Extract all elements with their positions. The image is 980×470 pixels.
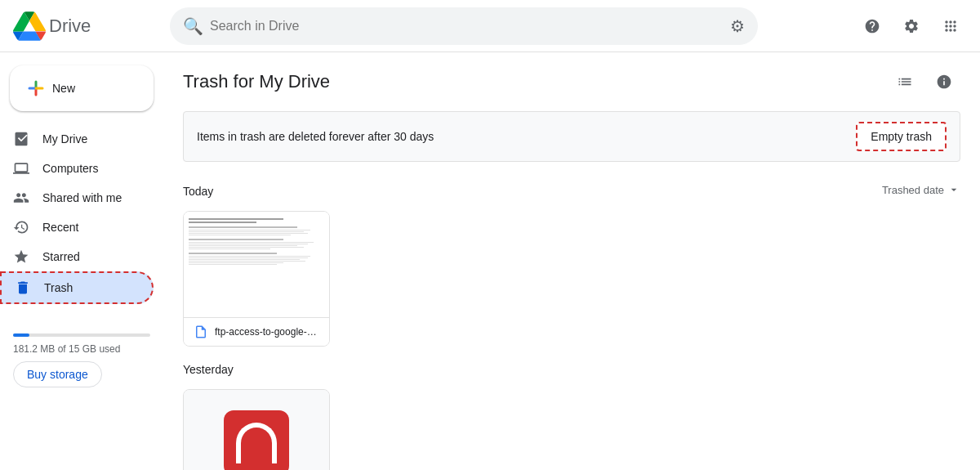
today-section-header: Today Trashed date (183, 175, 960, 204)
file-card[interactable]: app-file (183, 389, 330, 470)
sidebar-item-my-drive[interactable]: My Drive (0, 124, 154, 154)
storage-used-text: 181.2 MB of 15 GB used (13, 343, 150, 355)
today-section: Today Trashed date (183, 175, 960, 353)
apps-icon (942, 18, 959, 34)
topbar: Drive 🔍 ⚙ (0, 0, 980, 52)
apps-button[interactable] (934, 10, 967, 43)
recent-icon (13, 219, 29, 235)
content-header: Trash for My Drive (163, 52, 980, 105)
sidebar-item-label: Starred (42, 250, 80, 263)
sidebar-item-label: Trash (44, 281, 73, 294)
my-drive-icon (13, 131, 29, 147)
search-input[interactable] (210, 19, 724, 34)
info-icon (936, 74, 952, 90)
trash-notice-bar: Items in trash are deleted forever after… (183, 111, 960, 162)
starred-icon (13, 248, 29, 265)
header-icons (889, 65, 960, 98)
sort-label-text: Trashed date (882, 184, 944, 196)
files-section: Today Trashed date (163, 168, 980, 470)
sidebar-item-starred[interactable]: Starred (0, 242, 154, 271)
sidebar-item-label: Recent (42, 221, 78, 234)
trash-notice-text: Items in trash are deleted forever after… (197, 130, 434, 143)
sidebar-item-label: Computers (42, 162, 98, 175)
search-icon: 🔍 (183, 16, 203, 36)
new-button-label: New (52, 82, 75, 95)
sort-control[interactable]: Trashed date (882, 183, 960, 196)
storage-bar-fill (13, 333, 29, 337)
page-title: Trash for My Drive (183, 71, 330, 92)
file-card[interactable]: ftp-access-to-google-driv... (183, 211, 330, 347)
today-file-grid: ftp-access-to-google-driv... (183, 204, 960, 353)
new-button[interactable]: New (10, 65, 154, 111)
sidebar-item-label: Shared with me (42, 191, 122, 204)
list-view-icon (897, 74, 913, 90)
file-preview (184, 390, 329, 470)
search-bar[interactable]: 🔍 ⚙ (170, 7, 758, 45)
doc-file-icon (194, 325, 208, 339)
computers-icon (13, 160, 29, 177)
info-button[interactable] (928, 65, 960, 98)
app-name: Drive (49, 16, 91, 37)
shared-icon (13, 190, 29, 206)
logo-area: Drive (13, 10, 160, 43)
topbar-right (856, 10, 967, 43)
file-preview (184, 212, 329, 318)
list-view-button[interactable] (889, 65, 921, 98)
storage-bar-background (13, 333, 150, 337)
today-label: Today (183, 185, 213, 198)
new-plus-icon (26, 78, 46, 98)
yesterday-section: Yesterday app-file (183, 363, 960, 470)
trash-icon (15, 280, 31, 296)
yesterday-label: Yesterday (183, 363, 960, 376)
sidebar-item-trash[interactable]: Trash (0, 271, 154, 304)
buy-storage-button[interactable]: Buy storage (13, 361, 102, 387)
settings-icon (903, 18, 920, 34)
sidebar: New My Drive Computers Shared with me Re… (0, 52, 163, 470)
main-layout: New My Drive Computers Shared with me Re… (0, 52, 980, 470)
sidebar-item-shared[interactable]: Shared with me (0, 183, 154, 213)
storage-section: 181.2 MB of 15 GB used Buy storage (0, 320, 163, 394)
sort-chevron-icon (947, 183, 960, 196)
yesterday-file-grid: app-file (183, 383, 960, 470)
empty-trash-button[interactable]: Empty trash (856, 122, 947, 151)
sidebar-item-computers[interactable]: Computers (0, 154, 154, 183)
help-icon (864, 18, 880, 34)
settings-button[interactable] (895, 10, 928, 43)
file-footer: ftp-access-to-google-driv... (184, 318, 329, 346)
sidebar-item-recent[interactable]: Recent (0, 213, 154, 242)
app-icon-preview (224, 410, 289, 471)
filter-icon[interactable]: ⚙ (730, 16, 745, 36)
file-name: ftp-access-to-google-driv... (215, 326, 319, 338)
help-button[interactable] (856, 10, 889, 43)
content-area: Trash for My Drive Items in trash are de… (163, 52, 980, 470)
sidebar-item-label: My Drive (42, 132, 87, 145)
app-icon-inner (236, 423, 277, 463)
drive-logo-icon (13, 10, 46, 43)
